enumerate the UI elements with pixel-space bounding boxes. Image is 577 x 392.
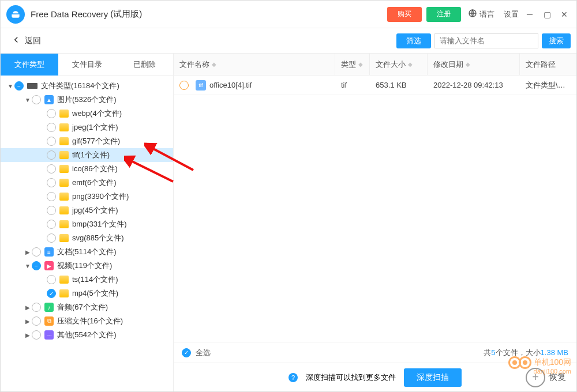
tree-label: 视频(119个文件) — [57, 261, 112, 271]
tree-item[interactable]: gif(577个文件) — [1, 134, 173, 148]
checkbox[interactable] — [47, 109, 56, 118]
tab-file-type[interactable]: 文件类型 — [1, 54, 58, 76]
folder-icon — [59, 289, 69, 297]
tree-videos[interactable]: ▼ − ▶ 视频(119个文件) — [1, 259, 173, 273]
checkbox[interactable] — [47, 178, 56, 187]
total-count: 5 — [491, 348, 495, 357]
col-name[interactable]: 文件名称◆ — [174, 54, 335, 75]
tree-label: tif(1个文件) — [72, 150, 110, 160]
tree-item[interactable]: emf(6个文件) — [1, 176, 173, 190]
buy-button[interactable]: 购买 — [387, 7, 422, 22]
tree-item[interactable]: png(3390个文件) — [1, 190, 173, 203]
sort-icon: ◆ — [358, 61, 363, 67]
tree-item[interactable]: jpeg(1个文件) — [1, 120, 173, 134]
tree-label: gif(577个文件) — [72, 136, 120, 146]
checkbox[interactable] — [32, 247, 41, 257]
checkbox[interactable] — [47, 137, 56, 146]
file-tree[interactable]: ▼ − 文件类型(16184个文件) ▼ ▲ 图片(5326个文件) webp(… — [1, 76, 173, 391]
col-date[interactable]: 修改日期◆ — [428, 54, 520, 75]
app-title: Free Data Recovery — [31, 9, 108, 19]
search-input[interactable] — [434, 33, 538, 48]
sort-icon: ◆ — [212, 61, 216, 67]
back-button[interactable]: 返回 — [6, 32, 46, 49]
tree-item[interactable]: ico(86个文件) — [1, 162, 173, 176]
checkbox[interactable] — [47, 150, 56, 160]
select-all-label: 全选 — [196, 348, 211, 358]
chevron-right-icon[interactable]: ▶ — [24, 249, 32, 255]
checkbox[interactable] — [47, 192, 56, 201]
tree-other[interactable]: ▶ ⋯ 其他(5542个文件) — [1, 328, 173, 342]
checkbox[interactable] — [47, 275, 56, 284]
chevron-down-icon[interactable]: ▼ — [24, 97, 32, 103]
tab-file-dir[interactable]: 文件目录 — [58, 54, 116, 76]
checkbox-indeterminate[interactable]: − — [32, 261, 41, 270]
checkbox[interactable] — [32, 95, 41, 104]
other-icon: ⋯ — [44, 330, 54, 340]
table-header: 文件名称◆ 类型◆ 文件大小◆ 修改日期◆ 文件路径 — [174, 54, 576, 76]
checkbox[interactable] — [47, 206, 56, 215]
col-size[interactable]: 文件大小◆ — [370, 54, 428, 75]
chevron-down-icon[interactable]: ▼ — [6, 83, 14, 89]
checkbox[interactable] — [32, 316, 41, 326]
tree-item[interactable]: jpg(45个文件) — [1, 203, 173, 217]
tree-label: 文件类型(16184个文件) — [41, 81, 119, 91]
globe-icon — [468, 9, 477, 20]
folder-icon — [59, 137, 69, 145]
tree-images[interactable]: ▼ ▲ 图片(5326个文件) — [1, 93, 173, 107]
tree-audio[interactable]: ▶ ♪ 音频(67个文件) — [1, 300, 173, 314]
tree-item[interactable]: bmp(331个文件) — [1, 217, 173, 231]
deep-scan-button[interactable]: 深度扫描 — [404, 368, 462, 387]
checkbox[interactable] — [32, 330, 41, 340]
chevron-right-icon[interactable]: ▶ — [24, 332, 32, 338]
tree-item[interactable]: tif(1个文件) — [1, 148, 173, 162]
maximize-button[interactable]: ▢ — [541, 8, 553, 21]
recover-label: 恢复 — [549, 372, 566, 383]
register-button[interactable]: 注册 — [426, 7, 461, 22]
minimize-button[interactable]: ─ — [523, 8, 536, 21]
tree-label: 其他(5542个文件) — [57, 330, 117, 340]
search-button[interactable]: 搜索 — [542, 33, 571, 48]
col-path[interactable]: 文件路径 — [520, 54, 576, 75]
language-menu[interactable]: 语言 — [468, 9, 494, 20]
checkbox[interactable] — [179, 81, 189, 90]
folder-icon — [59, 110, 69, 118]
checkbox[interactable]: ✓ — [47, 289, 56, 298]
select-all-checkbox[interactable]: ✓ — [182, 348, 191, 357]
total-size: 1.38 MB — [541, 348, 568, 357]
checkbox[interactable] — [47, 233, 56, 243]
checkbox[interactable] — [47, 220, 56, 229]
table-row[interactable]: tifoffice10[4].tiftif653.1 KB2022-12-28 … — [174, 76, 576, 95]
folder-icon — [59, 165, 69, 173]
chevron-right-icon[interactable]: ▶ — [24, 304, 32, 311]
tree-item[interactable]: ✓mp4(5个文件) — [1, 287, 173, 300]
table-body[interactable]: tifoffice10[4].tiftif653.1 KB2022-12-28 … — [174, 76, 576, 342]
col-type[interactable]: 类型◆ — [335, 54, 370, 75]
arrow-left-icon — [11, 35, 21, 47]
tree-root[interactable]: ▼ − 文件类型(16184个文件) — [1, 79, 173, 93]
checkbox-indeterminate[interactable]: − — [14, 81, 24, 91]
tree-label: svg(885个文件) — [72, 233, 124, 243]
checkbox[interactable] — [32, 303, 41, 312]
settings-link[interactable]: 设置 — [504, 9, 519, 20]
filter-button[interactable]: 筛选 — [396, 33, 431, 48]
tree-item[interactable]: ts(114个文件) — [1, 273, 173, 287]
tab-deleted[interactable]: 已删除 — [115, 54, 173, 76]
file-icon: tif — [196, 80, 206, 91]
deep-hint: 深度扫描可以找到更多文件 — [306, 372, 396, 383]
tree-item[interactable]: svg(885个文件) — [1, 231, 173, 245]
close-button[interactable]: ✕ — [558, 8, 571, 21]
tree-archive[interactable]: ▶ ⧉ 压缩文件(16个文件) — [1, 314, 173, 328]
recover-button[interactable]: + 恢复 — [526, 368, 566, 387]
tree-docs[interactable]: ▶ ≡ 文档(5114个文件) — [1, 245, 173, 259]
file-path: 文件类型\图片\tif\ — [520, 80, 576, 91]
tree-item[interactable]: webp(4个文件) — [1, 107, 173, 120]
checkbox[interactable] — [47, 164, 56, 174]
tree-label: png(3390个文件) — [72, 191, 129, 202]
chevron-down-icon[interactable]: ▼ — [24, 263, 32, 269]
tree-label: bmp(331个文件) — [72, 219, 127, 229]
video-icon: ▶ — [44, 261, 54, 270]
tree-label: jpg(45个文件) — [72, 205, 118, 216]
checkbox[interactable] — [47, 123, 56, 132]
chevron-right-icon[interactable]: ▶ — [24, 318, 32, 325]
tree-label: 文档(5114个文件) — [57, 247, 117, 257]
